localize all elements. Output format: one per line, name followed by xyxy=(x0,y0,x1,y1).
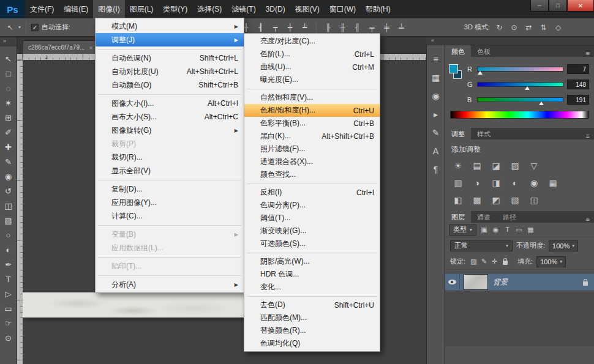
slider-handle[interactable] xyxy=(525,86,530,90)
navigator-panel-icon[interactable]: ▦ xyxy=(427,69,445,87)
menubar-item[interactable]: 视图(V) xyxy=(290,0,325,18)
panel-tab[interactable]: 图层 xyxy=(445,211,471,223)
character-panel-icon[interactable]: A xyxy=(427,142,445,160)
align-right-icon[interactable]: ┨ xyxy=(254,23,267,32)
menu-item[interactable]: 自然饱和度(V)... ▶ xyxy=(244,91,380,104)
menu-item[interactable]: 图像大小(I)... Alt+Ctrl+I ▶ xyxy=(96,97,244,110)
menu-item[interactable]: 阴影/高光(W)... ▶ xyxy=(244,255,380,268)
move-tool-icon[interactable]: ↖ xyxy=(0,51,17,66)
distribute-right-icon[interactable]: ╢ xyxy=(351,23,364,32)
panel-menu-icon[interactable]: ≡ xyxy=(582,132,594,139)
lock-position-icon[interactable]: ✛ xyxy=(490,258,499,266)
menu-item[interactable]: 分析(A) ▶ xyxy=(96,278,244,291)
distribute-center-v-icon[interactable]: ╪ xyxy=(380,23,393,32)
menu-item[interactable]: 模式(M) ▶ xyxy=(96,20,244,33)
menu-item[interactable]: 图像旋转(G) ▶ xyxy=(96,124,244,137)
channel-slider[interactable] xyxy=(477,82,563,87)
photo-filter-icon[interactable]: ◐ xyxy=(507,176,523,190)
menu-item[interactable]: 色阶(L)... Ctrl+L ▶ xyxy=(244,48,380,61)
channel-slider[interactable] xyxy=(477,67,563,72)
filter-type-icon[interactable]: T xyxy=(502,226,513,234)
hue-saturation-icon[interactable]: ▥ xyxy=(450,176,466,190)
3d-scale-icon[interactable]: ◇ xyxy=(552,23,565,32)
dock-collapse-icon[interactable]: « xyxy=(426,37,594,45)
layer-thumbnail[interactable] xyxy=(464,274,488,290)
menubar-item[interactable]: 3D(D) xyxy=(261,0,290,18)
panel-tab[interactable]: 色板 xyxy=(471,45,497,57)
menubar-item[interactable]: 编辑(E) xyxy=(59,0,93,18)
brush-tool-icon[interactable]: ✎ xyxy=(0,154,17,169)
blend-mode-dropdown[interactable]: 正常 ▾ xyxy=(450,240,513,251)
vibrance-icon[interactable]: ▽ xyxy=(526,159,542,173)
menu-item[interactable]: 显示全部(V) ▶ xyxy=(96,164,244,177)
menu-item[interactable]: 调整(J) ▶ xyxy=(96,33,244,46)
menubar-item[interactable]: 图层(L) xyxy=(125,0,159,18)
menubar-item[interactable]: 窗口(W) xyxy=(325,0,361,18)
lock-pixels-icon[interactable]: ✎ xyxy=(479,258,489,266)
slider-handle[interactable] xyxy=(539,102,544,105)
clone-stamp-tool-icon[interactable]: ◉ xyxy=(0,169,17,184)
menu-item[interactable]: 色调均化(Q) ▶ xyxy=(244,337,380,350)
actions-panel-icon[interactable]: ▸ xyxy=(427,105,445,124)
menu-item[interactable]: 匹配颜色(M)... ▶ xyxy=(244,311,380,324)
menu-item[interactable]: 陷印(T)... ▶ xyxy=(96,259,244,273)
zoom-tool-icon[interactable]: ⊙ xyxy=(0,330,17,345)
history-brush-tool-icon[interactable]: ↺ xyxy=(0,184,17,198)
align-center-v-icon[interactable]: ┿ xyxy=(284,23,296,32)
menu-item[interactable]: 画布大小(S)... Alt+Ctrl+C ▶ xyxy=(96,110,244,124)
foreground-color-swatch[interactable] xyxy=(449,64,458,73)
selective-color-icon[interactable]: ◫ xyxy=(526,193,542,207)
menu-item[interactable]: 计算(C)... ▶ xyxy=(96,209,244,223)
panel-menu-icon[interactable]: ≡ xyxy=(582,50,594,57)
eyedropper-tool-icon[interactable]: ✐ xyxy=(0,125,17,139)
distribute-left-icon[interactable]: ╟ xyxy=(321,23,334,32)
3d-rotate-icon[interactable]: ↻ xyxy=(493,23,506,32)
menu-item[interactable]: 渐变映射(G)... ▶ xyxy=(244,225,380,237)
menubar-item[interactable]: 滤镜(T) xyxy=(227,0,260,18)
channel-mixer-icon[interactable]: ◉ xyxy=(526,176,542,190)
threshold-icon[interactable]: ◩ xyxy=(488,193,504,207)
brush-panel-icon[interactable]: ✎ xyxy=(427,124,445,142)
blur-tool-icon[interactable]: ○ xyxy=(0,228,17,242)
menu-item[interactable]: 替换颜色(R)... ▶ xyxy=(244,324,380,337)
panel-tab[interactable]: 样式 xyxy=(471,128,497,139)
channel-value-field[interactable]: 191 xyxy=(567,95,589,105)
panel-tab[interactable]: 颜色 xyxy=(445,45,471,57)
align-bottom-icon[interactable]: ┷ xyxy=(298,23,311,32)
pen-tool-icon[interactable]: ✒ xyxy=(0,257,17,272)
filter-smart-icon[interactable]: ▦ xyxy=(525,226,536,234)
panel-menu-icon[interactable]: ≡ xyxy=(582,215,594,223)
shape-tool-icon[interactable]: ▭ xyxy=(0,301,17,316)
invert-icon[interactable]: ◧ xyxy=(450,193,466,207)
menu-item[interactable]: 复制(D)... ▶ xyxy=(96,182,244,196)
panel-tab[interactable]: 路径 xyxy=(497,211,522,223)
type-tool-icon[interactable]: T xyxy=(0,272,17,286)
lasso-tool-icon[interactable]: ◌ xyxy=(0,81,17,95)
history-panel-icon[interactable]: ≡ xyxy=(427,50,445,69)
close-button[interactable]: ✕ xyxy=(567,0,594,12)
menu-item[interactable]: 颜色查找... ▶ xyxy=(244,168,380,181)
menubar-item[interactable]: 选择(S) xyxy=(192,0,227,18)
channel-slider[interactable] xyxy=(477,97,563,102)
lock-transparent-icon[interactable]: ▨ xyxy=(469,258,478,266)
eraser-tool-icon[interactable]: ◫ xyxy=(0,198,17,213)
filter-shape-icon[interactable]: ▭ xyxy=(514,226,524,234)
distribute-center-h-icon[interactable]: ╫ xyxy=(336,23,349,32)
brightness-contrast-icon[interactable]: ☀ xyxy=(450,159,466,173)
menu-item[interactable]: 色相/饱和度(H)... Ctrl+U ▶ xyxy=(244,104,380,117)
menu-item[interactable]: 色调分离(P)... ▶ xyxy=(244,199,380,212)
menu-item[interactable]: 可选颜色(S)... ▶ xyxy=(244,237,380,250)
auto-select-checkbox[interactable]: ✓ xyxy=(31,24,39,31)
menu-item[interactable]: 照片滤镜(F)... ▶ xyxy=(244,143,380,155)
tool-preset-dropdown[interactable]: ↖ ▾ xyxy=(4,23,21,32)
filter-adjustment-icon[interactable]: ◉ xyxy=(491,226,501,234)
lock-all-icon[interactable] xyxy=(503,261,508,265)
menu-item[interactable]: 裁切(R)... ▶ xyxy=(96,150,244,164)
black-white-icon[interactable]: ◨ xyxy=(488,176,504,190)
minimize-button[interactable]: ─ xyxy=(530,0,549,12)
color-spectrum-bar[interactable] xyxy=(450,111,589,119)
levels-icon[interactable]: ▤ xyxy=(469,159,485,173)
menu-item[interactable]: 阈值(T)... ▶ xyxy=(244,212,380,225)
menu-item[interactable]: 裁剪(P) ▶ xyxy=(96,137,244,150)
curves-icon[interactable]: ◪ xyxy=(488,159,504,173)
